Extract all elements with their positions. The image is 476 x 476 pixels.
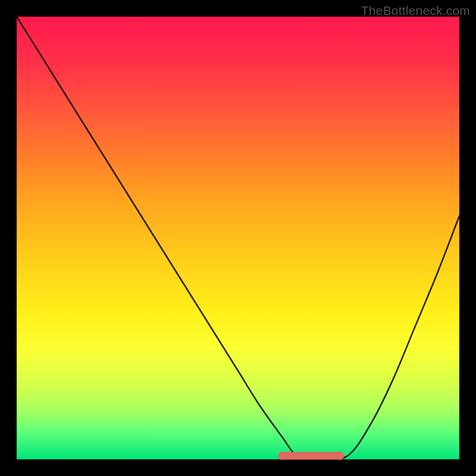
watermark-text: TheBottleneck.com <box>361 4 470 18</box>
bottleneck-curve <box>17 17 459 460</box>
chart-svg <box>17 17 459 459</box>
optimal-range-right-endpoint <box>336 452 344 460</box>
chart-frame: TheBottleneck.com <box>0 0 476 476</box>
optimal-range-left-endpoint <box>278 452 286 460</box>
chart-plot-area <box>17 17 459 459</box>
